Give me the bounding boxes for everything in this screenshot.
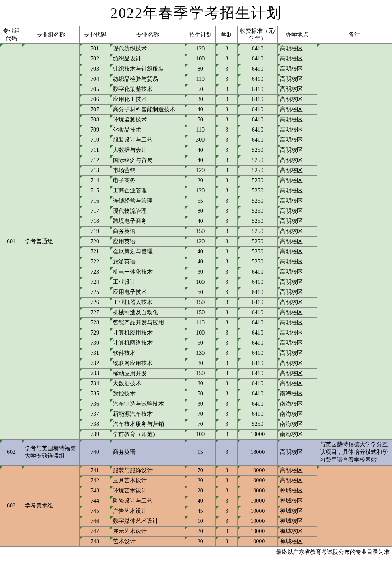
major-name-cell: 学前教育（师范） bbox=[110, 430, 185, 440]
fee-cell: 6410 bbox=[238, 267, 278, 277]
campus-cell: 高明校区 bbox=[278, 348, 317, 358]
plan-cell: 10 bbox=[185, 516, 216, 526]
major-name-cell: 数控技术 bbox=[110, 389, 185, 399]
major-code-cell: 739 bbox=[80, 430, 110, 440]
plan-cell: 40 bbox=[185, 247, 216, 257]
duration-cell: 3 bbox=[216, 475, 238, 486]
major-name-cell: 大数据技术 bbox=[110, 379, 185, 389]
campus-cell: 高明校区 bbox=[278, 145, 317, 155]
duration-cell: 3 bbox=[216, 486, 238, 496]
major-code-cell: 703 bbox=[80, 64, 110, 74]
major-code-cell: 719 bbox=[80, 227, 110, 237]
major-name-cell: 纺织品检验与贸易 bbox=[110, 74, 185, 84]
duration-cell: 3 bbox=[216, 84, 238, 95]
plan-cell: 120 bbox=[185, 166, 216, 176]
fee-cell: 5250 bbox=[238, 419, 278, 430]
plan-cell: 50 bbox=[185, 389, 216, 399]
campus-cell: 南海校区 bbox=[278, 419, 317, 430]
fee-cell: 6410 bbox=[238, 318, 278, 328]
fee-cell: 5250 bbox=[238, 257, 278, 267]
major-name-cell: 国际经济与贸易 bbox=[110, 155, 185, 166]
duration-cell: 3 bbox=[216, 318, 238, 328]
major-code-cell: 741 bbox=[80, 465, 110, 475]
plan-cell: 30 bbox=[185, 399, 216, 409]
major-code-cell: 748 bbox=[80, 536, 110, 546]
plan-cell: 80 bbox=[185, 358, 216, 369]
duration-cell: 3 bbox=[216, 64, 238, 74]
duration-cell: 3 bbox=[216, 506, 238, 516]
plan-cell: 120 bbox=[185, 237, 216, 247]
major-code-cell: 727 bbox=[80, 308, 110, 318]
fee-cell: 6410 bbox=[238, 308, 278, 318]
major-name-cell: 新能源汽车技术 bbox=[110, 409, 185, 419]
campus-cell: 高明校区 bbox=[278, 338, 317, 348]
campus-cell: 高明校区 bbox=[278, 379, 317, 389]
major-code-cell: 724 bbox=[80, 277, 110, 287]
fee-cell: 5250 bbox=[238, 227, 278, 237]
fee-cell: 10000 bbox=[238, 430, 278, 440]
remark-cell: 与英国赫特福德大学学分互认项目，具体培养模式和学习费用请查看学校网站 bbox=[317, 440, 392, 466]
major-name-cell: 汽车技术服务与营销 bbox=[110, 419, 185, 430]
duration-cell: 3 bbox=[216, 409, 238, 419]
major-code-cell: 725 bbox=[80, 287, 110, 298]
fee-cell: 6410 bbox=[238, 369, 278, 379]
major-code-cell: 708 bbox=[80, 115, 110, 125]
duration-cell: 3 bbox=[216, 115, 238, 125]
major-name-cell: 数字化染整技术 bbox=[110, 84, 185, 95]
major-code-cell: 730 bbox=[80, 338, 110, 348]
fee-cell: 6410 bbox=[238, 135, 278, 145]
major-code-cell: 701 bbox=[80, 44, 110, 54]
major-code-cell: 720 bbox=[80, 237, 110, 247]
major-code-cell: 737 bbox=[80, 409, 110, 419]
fee-cell: 6410 bbox=[238, 44, 278, 54]
major-code-cell: 732 bbox=[80, 358, 110, 369]
major-name-cell: 应用英语 bbox=[110, 237, 185, 247]
duration-cell: 3 bbox=[216, 257, 238, 267]
major-code-cell: 746 bbox=[80, 516, 110, 526]
major-code-cell: 729 bbox=[80, 328, 110, 338]
duration-cell: 3 bbox=[216, 105, 238, 115]
group-name-cell: 学考美术组 bbox=[22, 465, 80, 546]
group-code-cell: 601 bbox=[0, 44, 22, 440]
plan-cell: 70 bbox=[185, 465, 216, 475]
major-code-cell: 742 bbox=[80, 475, 110, 486]
fee-cell: 10000 bbox=[238, 486, 278, 496]
major-code-cell: 735 bbox=[80, 389, 110, 399]
plan-cell: 150 bbox=[185, 298, 216, 308]
plan-cell: 50 bbox=[185, 115, 216, 125]
fee-cell: 5250 bbox=[238, 206, 278, 216]
major-name-cell: 高分子材料智能制造技术 bbox=[110, 105, 185, 115]
major-code-cell: 728 bbox=[80, 318, 110, 328]
campus-cell: 高明校区 bbox=[278, 465, 317, 475]
fee-cell: 18000 bbox=[238, 440, 278, 466]
major-code-cell: 716 bbox=[80, 196, 110, 206]
fee-cell: 6410 bbox=[238, 115, 278, 125]
page-title: 2022年春季学考招生计划 bbox=[0, 0, 392, 26]
campus-cell: 高明校区 bbox=[278, 186, 317, 196]
fee-cell: 10000 bbox=[238, 526, 278, 536]
fee-cell: 5250 bbox=[238, 196, 278, 206]
duration-cell: 3 bbox=[216, 496, 238, 506]
duration-cell: 3 bbox=[216, 227, 238, 237]
plan-cell: 110 bbox=[185, 318, 216, 328]
plan-cell: 55 bbox=[185, 196, 216, 206]
major-name-cell: 艺术设计 bbox=[110, 536, 185, 546]
campus-cell: 南海校区 bbox=[278, 409, 317, 419]
campus-cell: 高明校区 bbox=[278, 440, 317, 466]
group-code-cell: 602 bbox=[0, 440, 22, 466]
major-code-cell: 706 bbox=[80, 95, 110, 105]
fee-cell: 6410 bbox=[238, 409, 278, 419]
major-code-cell: 743 bbox=[80, 486, 110, 496]
major-name-cell: 商务英语 bbox=[110, 440, 185, 466]
campus-cell: 高明校区 bbox=[278, 358, 317, 369]
campus-cell: 高明校区 bbox=[278, 369, 317, 379]
duration-cell: 3 bbox=[216, 516, 238, 526]
duration-cell: 3 bbox=[216, 125, 238, 135]
plan-cell: 30 bbox=[185, 267, 216, 277]
major-code-cell: 733 bbox=[80, 369, 110, 379]
duration-cell: 3 bbox=[216, 74, 238, 84]
major-name-cell: 服装设计与工艺 bbox=[110, 135, 185, 145]
duration-cell: 3 bbox=[216, 348, 238, 358]
major-name-cell: 商务英语 bbox=[110, 227, 185, 237]
plan-cell: 130 bbox=[185, 348, 216, 358]
